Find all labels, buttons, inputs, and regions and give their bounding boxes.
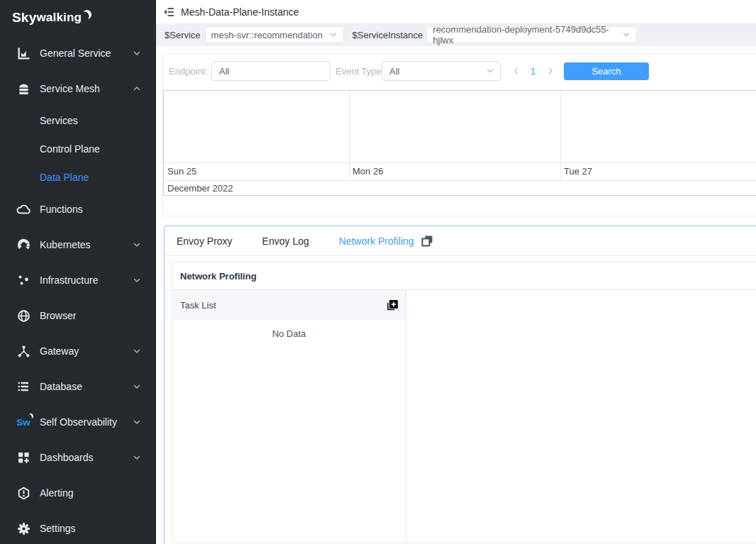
sidebar-item-infrastructure[interactable]: Infrastructure xyxy=(0,262,156,298)
service-select-value: mesh-svr::recommendation xyxy=(211,30,323,40)
menu-fold-icon[interactable] xyxy=(163,6,174,18)
sidebar-item-label: Self Observability xyxy=(40,416,117,428)
next-page-icon[interactable] xyxy=(545,65,555,77)
chevron-down-icon xyxy=(133,276,141,284)
sidebar-item-alerting[interactable]: Alerting xyxy=(0,475,156,511)
endpoint-filter-label: Endpoint: xyxy=(169,66,208,77)
page-number[interactable]: 1 xyxy=(530,66,535,77)
service-instance-select[interactable]: recommendation-deployment-5749d9dc55-hjl… xyxy=(426,26,637,43)
sidebar-item-label: Settings xyxy=(40,523,76,534)
no-data-message: No Data xyxy=(172,328,406,339)
network-profiling-widget: Network Profiling Task List No Data xyxy=(172,262,756,543)
sidebar-subitem-label: Data Plane xyxy=(40,172,89,183)
timeline-gridline xyxy=(560,91,561,180)
chevron-down-icon xyxy=(133,49,141,57)
dashboard-grid-icon xyxy=(16,450,30,465)
sidebar-item-label: Alerting xyxy=(40,487,73,499)
sidebar-item-gateway[interactable]: Gateway xyxy=(0,333,156,369)
chevron-down-icon xyxy=(133,240,141,249)
page-header: Mesh-Data-Plane-Instance xyxy=(156,0,756,23)
chevron-down-icon xyxy=(486,67,494,75)
sidebar-item-kubernetes[interactable]: Kubernetes xyxy=(0,227,156,262)
chevron-down-icon xyxy=(133,453,141,462)
events-timeline[interactable]: Sun 25 Mon 26 Tue 27 December 2022 xyxy=(163,90,756,196)
chevron-down-icon xyxy=(133,382,141,391)
skywalking-logo[interactable]: Skywalking xyxy=(0,0,156,35)
event-type-select-value: All xyxy=(389,66,399,77)
sidebar-item-browser[interactable]: Browser xyxy=(0,298,156,333)
sidebar-item-general-service[interactable]: General Service xyxy=(0,35,156,71)
sidebar-subitem-label: Services xyxy=(40,115,78,126)
chevron-up-icon xyxy=(133,84,141,93)
tab-network-profiling[interactable]: Network Profiling xyxy=(339,235,414,247)
moon-swoosh-icon xyxy=(81,9,92,20)
sidebar-item-self-observability[interactable]: Sw Self Observability xyxy=(0,404,156,440)
chevron-down-icon xyxy=(329,30,338,39)
timeline-gridline xyxy=(349,91,350,180)
timeline-day-label: Mon 26 xyxy=(352,166,383,177)
sidebar-item-database[interactable]: Database xyxy=(0,369,156,404)
sidebar-item-label: Kubernetes xyxy=(40,239,91,250)
gear-icon xyxy=(16,521,30,535)
service-variable-label: $Service xyxy=(165,30,201,40)
sidebar-item-functions[interactable]: Functions xyxy=(0,191,156,227)
sidebar-item-label: Browser xyxy=(40,310,76,321)
sidebar-item-label: Gateway xyxy=(40,345,79,357)
cloud-icon xyxy=(16,202,30,216)
kubernetes-icon xyxy=(16,238,30,252)
page-title: Mesh-Data-Plane-Instance xyxy=(181,6,299,18)
dots-cluster-icon xyxy=(16,273,30,287)
sidebar-item-label: Dashboards xyxy=(40,452,94,463)
instance-tabs-panel: Envoy Proxy Envoy Log Network Profiling … xyxy=(164,226,756,544)
sidebar-item-settings[interactable]: Settings xyxy=(0,511,156,544)
tab-envoy-proxy[interactable]: Envoy Proxy xyxy=(177,235,233,247)
search-button[interactable]: Search xyxy=(564,62,649,80)
timeline-divider xyxy=(164,180,756,181)
sidebar-item-data-plane[interactable]: Data Plane xyxy=(0,163,156,191)
copy-icon[interactable] xyxy=(421,235,433,247)
network-nodes-icon xyxy=(16,344,30,358)
chart-icon xyxy=(16,46,30,60)
service-instance-select-value: recommendation-deployment-5749d9dc55-hjl… xyxy=(433,24,622,45)
add-task-icon[interactable] xyxy=(386,299,399,311)
sidebar-item-service-mesh[interactable]: Service Mesh xyxy=(0,71,156,106)
sidebar-item-label: Functions xyxy=(40,204,83,215)
tabs-row: Envoy Proxy Envoy Log Network Profiling xyxy=(165,226,756,256)
tab-envoy-log[interactable]: Envoy Log xyxy=(262,235,309,247)
event-type-select[interactable]: All xyxy=(382,61,501,81)
sidebar-item-dashboards[interactable]: Dashboards xyxy=(0,440,156,475)
logo-text-walking: walking xyxy=(36,11,82,25)
prev-page-icon[interactable] xyxy=(511,65,521,77)
sidebar-item-label: General Service xyxy=(40,48,111,59)
sidebar: Skywalking General Service Service Mesh … xyxy=(0,0,156,544)
app-window: Skywalking General Service Service Mesh … xyxy=(0,0,756,544)
timeline-month-label: December 2022 xyxy=(167,183,233,194)
event-type-filter-label: Event Type: xyxy=(335,66,384,77)
alert-hexagon-icon xyxy=(16,486,30,500)
chevron-down-icon xyxy=(133,347,141,355)
variables-toolbar: $Service mesh-svr::recommendation $Servi… xyxy=(156,23,756,46)
sidebar-item-label: Infrastructure xyxy=(40,274,98,286)
chevron-down-icon xyxy=(133,418,141,426)
service-select[interactable]: mesh-svr::recommendation xyxy=(205,26,344,43)
timeline-day-label: Tue 27 xyxy=(564,166,592,177)
skywalking-sw-icon: Sw xyxy=(16,415,30,429)
endpoint-input[interactable] xyxy=(211,61,330,81)
list-icon xyxy=(16,379,30,394)
sidebar-item-services[interactable]: Services xyxy=(0,106,156,135)
mesh-layers-icon xyxy=(16,82,30,96)
timeline-divider xyxy=(164,162,756,163)
task-list-column: Task List No Data xyxy=(172,290,406,543)
logo-text-sky: Sky xyxy=(12,10,36,26)
sidebar-item-control-plane[interactable]: Control Plane xyxy=(0,135,156,163)
widget-title: Network Profiling xyxy=(172,262,756,290)
sidebar-item-label: Service Mesh xyxy=(40,83,100,94)
globe-icon xyxy=(16,309,30,323)
instance-variable-label: $ServiceInstance xyxy=(352,30,423,40)
task-list-header: Task List xyxy=(172,290,406,320)
sidebar-subitem-label: Control Plane xyxy=(40,143,100,155)
task-list-title: Task List xyxy=(180,300,216,311)
sidebar-item-label: Database xyxy=(40,381,82,392)
chevron-down-icon xyxy=(622,30,630,39)
timeline-day-label: Sun 25 xyxy=(167,166,196,177)
